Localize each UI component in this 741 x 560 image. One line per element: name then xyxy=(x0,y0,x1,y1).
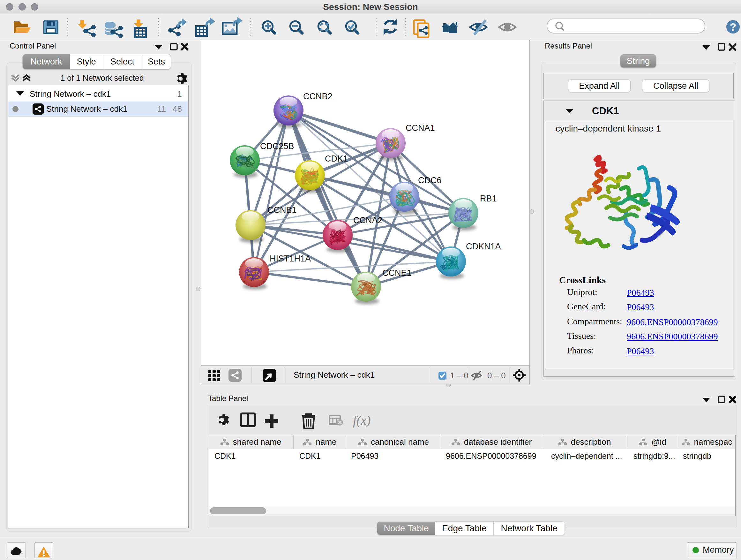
svg-text:?: ? xyxy=(730,21,737,33)
svg-text:1 – 0: 1 – 0 xyxy=(450,371,468,380)
svg-text:CCNB2: CCNB2 xyxy=(303,91,333,101)
svg-text:CCNA1: CCNA1 xyxy=(406,123,435,133)
svg-text:CCNE1: CCNE1 xyxy=(382,268,412,278)
svg-text:CCNA2: CCNA2 xyxy=(353,215,383,225)
svg-text:HIST1H1A: HIST1H1A xyxy=(270,254,311,263)
svg-text:CDK1: CDK1 xyxy=(325,154,348,164)
svg-text:CDKN1A: CDKN1A xyxy=(466,242,501,251)
svg-text:RB1: RB1 xyxy=(480,194,497,203)
svg-text:CDC25B: CDC25B xyxy=(260,141,294,151)
svg-text:CDC6: CDC6 xyxy=(418,176,442,185)
svg-text:0 – 0: 0 – 0 xyxy=(487,371,506,380)
svg-text:CCNB1: CCNB1 xyxy=(267,205,297,215)
svg-text:f(x): f(x) xyxy=(353,413,371,428)
